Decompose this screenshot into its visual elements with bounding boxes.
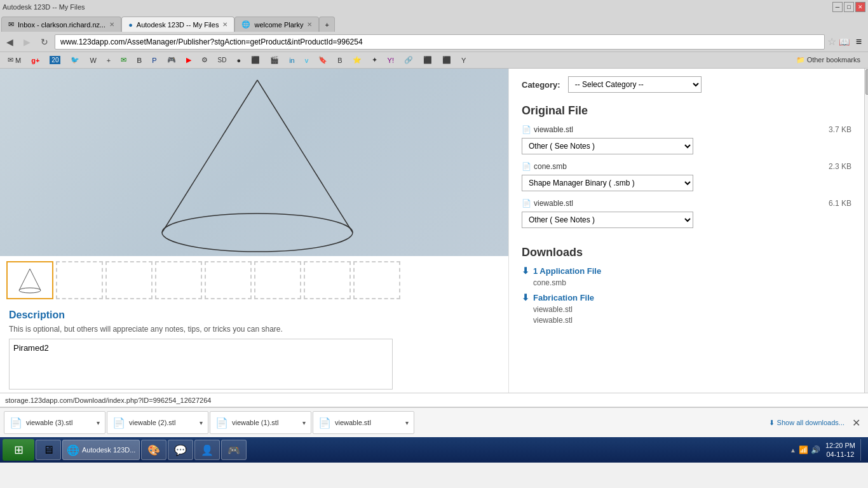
new-tab-button[interactable]: + xyxy=(319,17,334,32)
download-item-arrow-2[interactable]: ▾ xyxy=(200,419,203,426)
tab-plarky-label: welcome Plarky xyxy=(254,21,303,29)
thumbnail-4[interactable] xyxy=(155,261,202,299)
thumbnail-2[interactable] xyxy=(56,261,103,299)
bookmark-g+[interactable]: g+ xyxy=(27,55,43,65)
bookmark-misc1[interactable]: ⚙ xyxy=(198,55,212,65)
forward-button[interactable]: ▶ xyxy=(20,36,34,48)
minimize-button[interactable]: ─ xyxy=(832,2,843,12)
bookmark-twitter[interactable]: 🐦 xyxy=(67,55,83,65)
right-panel: Category: -- Select Category -- Art Engi… xyxy=(508,69,864,393)
thumbnail-5[interactable] xyxy=(205,261,252,299)
thumbnail-3[interactable] xyxy=(105,261,153,299)
taskbar-chrome[interactable]: 🌐 Autodesk 123D... xyxy=(62,440,140,460)
bookmark-misc6[interactable]: ⭐ xyxy=(349,55,365,65)
taskbar-avatar[interactable]: 👤 xyxy=(194,440,220,460)
bookmark-misc8[interactable]: 🔗 xyxy=(400,55,417,65)
scroll-thumb[interactable] xyxy=(865,69,868,95)
bookmark-20[interactable]: 20 xyxy=(46,55,64,65)
taskbar: ⊞ 🖥 🌐 Autodesk 123D... 🎨 💬 👤 🎮 ▲ 📶 🔊 12:… xyxy=(0,437,868,463)
thumbnail-7[interactable] xyxy=(304,261,351,299)
settings-icon[interactable]: ≡ xyxy=(852,35,865,49)
bookmark-icon[interactable]: 📖 xyxy=(839,37,850,47)
download-app-icon: ⬇ xyxy=(522,266,529,276)
tab-autodesk-close[interactable]: ✕ xyxy=(222,21,227,28)
taskbar-game[interactable]: 🎮 xyxy=(221,440,247,460)
bookmark-misc2[interactable]: ● xyxy=(233,55,245,65)
maximize-button[interactable]: □ xyxy=(844,2,854,12)
star-icon[interactable]: ☆ xyxy=(827,36,836,48)
tab-gmail-close[interactable]: ✕ xyxy=(109,21,114,28)
file-row-2: 📄 cone.smb 2.3 KB xyxy=(522,162,851,171)
reload-button[interactable]: ↻ xyxy=(37,36,52,48)
tab-gmail[interactable]: ✉ Inbox - clarkson.richard.nz... ✕ xyxy=(1,17,121,32)
taskbar-photoshop[interactable]: 🎨 xyxy=(141,440,166,460)
bookmark-others[interactable]: 📁 Other bookmarks xyxy=(792,55,864,65)
start-button[interactable]: ⊞ xyxy=(3,439,34,461)
file-type-select-2[interactable]: Shape Manager Binary ( .smb ) Other ( Se… xyxy=(522,175,693,191)
taskbar-skype[interactable]: 💬 xyxy=(168,440,193,460)
download-file-cone[interactable]: cone.smb xyxy=(522,278,851,287)
file-name-1: viewable.stl xyxy=(534,125,573,134)
bookmark-misc10[interactable]: ⬛ xyxy=(438,55,455,65)
close-button[interactable]: ✕ xyxy=(855,2,865,12)
thumbnail-6[interactable] xyxy=(254,261,301,299)
bookmark-plus[interactable]: + xyxy=(103,55,114,65)
bookmark-yahoo[interactable]: Y! xyxy=(384,55,398,65)
description-textarea[interactable] xyxy=(9,339,393,390)
scrollbar[interactable] xyxy=(864,69,868,393)
tab-plarky[interactable]: 🌐 welcome Plarky ✕ xyxy=(234,17,319,32)
tab-plarky-close[interactable]: ✕ xyxy=(307,21,312,28)
show-desktop-button[interactable] xyxy=(860,439,865,461)
download-tray: 📄 viewable (3).stl ▾ 📄 viewable (2).stl … xyxy=(0,407,868,437)
thumbnail-strip xyxy=(0,256,508,304)
url-bar[interactable] xyxy=(55,34,825,50)
bookmark-misc11[interactable]: Y xyxy=(458,55,470,65)
downloads-section: Downloads ⬇ 1 Application File cone.smb … xyxy=(522,246,851,325)
bookmark-game[interactable]: 🎮 xyxy=(163,55,180,65)
bookmarks-bar: ✉M g+ 20 🐦 W + ✉ B P 🎮 ▶ ⚙ SD ● ⬛ 🎬 in v… xyxy=(0,52,868,69)
download-item-3[interactable]: 📄 viewable (1).stl ▾ xyxy=(210,411,311,434)
back-button[interactable]: ◀ xyxy=(3,36,17,48)
bookmark-gmail[interactable]: ✉M xyxy=(4,55,25,65)
bookmark-evernote[interactable]: ✉ xyxy=(117,55,130,65)
bookmark-b[interactable]: B xyxy=(133,55,146,65)
bookmark-film[interactable]: 🎬 xyxy=(266,55,283,65)
thumbnail-8[interactable] xyxy=(353,261,400,299)
download-item-1[interactable]: 📄 viewable (3).stl ▾ xyxy=(4,411,105,434)
download-file-viewable2[interactable]: viewable.stl xyxy=(522,316,851,325)
bookmark-paypal[interactable]: P xyxy=(148,55,160,65)
download-item-arrow-1[interactable]: ▾ xyxy=(97,419,100,426)
download-item-arrow-4[interactable]: ▾ xyxy=(405,419,409,426)
clock-display[interactable]: 12:20 PM 04-11-12 xyxy=(825,441,855,459)
bookmark-misc9[interactable]: ⬛ xyxy=(419,55,436,65)
tab-autodesk[interactable]: ● Autodesk 123D -- My Files ✕ xyxy=(121,17,234,32)
bookmark-wp[interactable]: W xyxy=(86,55,100,65)
file-icon-2: 📄 xyxy=(522,162,531,171)
download-file-viewable1[interactable]: viewable.stl xyxy=(522,305,851,314)
show-all-downloads-button[interactable]: ⬇ Show all downloads... xyxy=(769,419,844,427)
taskbar-explorer[interactable]: 🖥 xyxy=(36,440,61,460)
thumbnail-1[interactable] xyxy=(6,261,53,299)
category-label: Category: xyxy=(522,80,560,90)
file-type-select-1[interactable]: Other ( See Notes ) STL File OBJ File xyxy=(522,138,693,154)
category-select[interactable]: -- Select Category -- Art Engineering Ar… xyxy=(568,76,702,93)
bookmark-sd[interactable]: SD xyxy=(214,55,231,65)
bookmark-linkedin[interactable]: in xyxy=(285,55,299,65)
bookmark-misc5[interactable]: B xyxy=(334,55,346,65)
file-type-select-3[interactable]: Other ( See Notes ) STL File OBJ File xyxy=(522,212,693,228)
file-row-3: 📄 viewable.stl 6.1 KB xyxy=(522,199,851,208)
download-item-2[interactable]: 📄 viewable (2).stl ▾ xyxy=(107,411,208,434)
sys-tray-up-icon[interactable]: ▲ xyxy=(790,447,796,454)
bookmark-vimeo[interactable]: v xyxy=(301,55,313,65)
download-item-4[interactable]: 📄 viewable.stl ▾ xyxy=(313,411,414,434)
bookmark-yt[interactable]: ▶ xyxy=(182,55,195,65)
download-item-icon-2: 📄 xyxy=(112,417,125,429)
file-row-1: 📄 viewable.stl 3.7 KB xyxy=(522,125,851,134)
tray-close-button[interactable]: ✕ xyxy=(848,416,864,430)
downloads-title: Downloads xyxy=(522,246,851,259)
bookmark-misc7[interactable]: ✦ xyxy=(368,55,381,65)
download-item-name-3: viewable (1).stl xyxy=(232,419,299,426)
bookmark-misc4[interactable]: 🔖 xyxy=(315,55,331,65)
bookmark-misc3[interactable]: ⬛ xyxy=(247,55,264,65)
download-item-arrow-3[interactable]: ▾ xyxy=(302,419,306,426)
